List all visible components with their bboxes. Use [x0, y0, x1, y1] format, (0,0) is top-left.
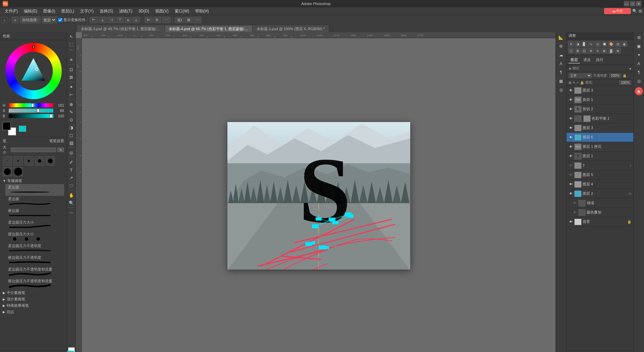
- adj-exposure[interactable]: ⊙: [595, 41, 601, 47]
- more-tools-btn[interactable]: ⋯: [162, 17, 170, 23]
- layer-vis-1copy[interactable]: 👁: [569, 144, 573, 149]
- brush-item-pressure-size[interactable]: 柔边圆压力大小: [5, 219, 64, 231]
- layer-vis-6[interactable]: 👁: [569, 135, 573, 140]
- tool-brush[interactable]: ✎: [68, 108, 75, 116]
- align-left-btn[interactable]: ⊢: [90, 17, 98, 23]
- layer-item-t[interactable]: 👁 T s: [567, 161, 633, 170]
- brush-preset-4[interactable]: [35, 156, 44, 166]
- tool-history[interactable]: ◑: [68, 124, 75, 131]
- right-tool-cloud[interactable]: ☁: [557, 51, 565, 59]
- dist-v-btn[interactable]: ⊪: [153, 17, 161, 23]
- menu-edit[interactable]: 编辑(E): [21, 8, 40, 15]
- adj-invert[interactable]: ⊘: [588, 48, 594, 54]
- right-tool-para[interactable]: ¶: [557, 68, 565, 76]
- tool-stamp[interactable]: ⊙: [68, 116, 75, 123]
- tool-path-select[interactable]: ↗: [68, 174, 75, 181]
- adj-threshold[interactable]: ⬖: [601, 48, 607, 54]
- menu-image[interactable]: 图像(I): [41, 8, 58, 15]
- adj-vibrance[interactable]: ⬟: [601, 41, 607, 47]
- canvas-content[interactable]: S: [227, 122, 410, 270]
- tab-2[interactable]: 未标题-1.psd @ 100% (图层 4, RGB/8#) *: [253, 25, 328, 32]
- far-right-btn-2[interactable]: ▣: [635, 42, 643, 50]
- brush-item-hard-opacity-flow[interactable]: 硬边圆压力不透明度和流量: [5, 278, 64, 290]
- align-bottom-btn[interactable]: ⊥: [132, 17, 140, 23]
- tool-quick-select[interactable]: ✳: [68, 56, 75, 63]
- align-right-btn[interactable]: ⊣: [107, 17, 115, 23]
- tool-pen[interactable]: ✐: [68, 159, 75, 166]
- tab-0[interactable]: 未标题-3.psd @ 49.7% (色彩平衡 1, 图层蒙版/8#) *: [77, 25, 164, 32]
- color-triangle-svg[interactable]: [20, 56, 47, 83]
- layers-tab-channels[interactable]: 通道: [581, 57, 593, 63]
- far-right-btn-4[interactable]: A: [635, 60, 643, 68]
- layer-vis-colorbal[interactable]: 👁: [569, 116, 573, 121]
- brush-category-wet[interactable]: ▶ 湿介素画笔: [3, 296, 64, 302]
- layer-vis-clip1[interactable]: 👁: [569, 98, 573, 102]
- sat-slider[interactable]: [9, 109, 53, 113]
- layer-item-1copy[interactable]: 👁 IMG 图层 1 拷贝: [567, 142, 633, 152]
- menu-filter[interactable]: 滤镜(T): [116, 8, 135, 15]
- adj-colormatch[interactable]: ⊡: [581, 48, 587, 54]
- layer-vis-3b[interactable]: 👁: [569, 126, 573, 130]
- adj-bw[interactable]: ◐: [622, 41, 628, 47]
- brush-preset-5[interactable]: [46, 156, 55, 166]
- tool-lasso[interactable]: ⌒: [68, 48, 75, 56]
- 3d-btn[interactable]: 3D: [175, 17, 184, 23]
- hue-thumb[interactable]: [31, 103, 34, 107]
- tool-more[interactable]: ⋯: [68, 209, 75, 216]
- home-icon[interactable]: ⌂: [1, 17, 7, 23]
- adj-channelmix[interactable]: ⊞: [575, 48, 581, 54]
- tool-crop[interactable]: ⊡: [68, 66, 75, 73]
- menu-text[interactable]: 文字(Y): [77, 8, 96, 15]
- brush-category-dry[interactable]: ▶ 千介素画笔: [3, 290, 64, 296]
- menu-layer[interactable]: 图层(L): [59, 8, 77, 15]
- brush-preset-2[interactable]: [13, 156, 23, 166]
- brush-item-opacity-flow[interactable]: 柔边圆压力不透明度和流量: [5, 266, 64, 278]
- tool-gradient[interactable]: ▨: [68, 139, 75, 146]
- lock-all-icon[interactable]: 🔒: [580, 81, 584, 84]
- tool-healing[interactable]: ⊕: [68, 101, 75, 108]
- menu-file[interactable]: 文件(F): [2, 8, 20, 15]
- hue-indicator[interactable]: [32, 46, 35, 48]
- layer-item-clip2[interactable]: 👁 S 剪切 2: [567, 105, 633, 114]
- toolbar-auto-select[interactable]: 自动选择:: [20, 16, 40, 23]
- filter-toggle[interactable]: ●: [629, 67, 631, 70]
- brush-item-soft-round[interactable]: 柔边圆: [5, 184, 64, 196]
- layer-item-3b[interactable]: 👁 图层 3: [567, 123, 633, 133]
- adj-posterize[interactable]: ≡: [595, 48, 601, 54]
- far-right-btn-1[interactable]: ⊞: [635, 34, 643, 42]
- fill-input[interactable]: [619, 80, 631, 85]
- adj-photofilter[interactable]: ⬡: [568, 48, 574, 54]
- layer-vis-t[interactable]: 👁: [569, 163, 573, 168]
- layer-item-colorbal[interactable]: 👁 色彩平衡 1: [567, 114, 633, 123]
- fg-color-swatch[interactable]: [3, 122, 11, 130]
- dist-h-btn[interactable]: ⊫: [145, 17, 153, 23]
- layer-item-coloroverlay[interactable]: 👁 颜色叠加: [567, 208, 633, 217]
- menu-window[interactable]: 窗口(W): [172, 8, 192, 15]
- color-wheel-outer[interactable]: [5, 43, 62, 99]
- brush-item-opacity[interactable]: 柔边圆压力不透明度: [5, 243, 64, 254]
- brush-size-input[interactable]: [11, 148, 56, 152]
- lock-transparent-icon[interactable]: ⊠: [569, 81, 571, 84]
- bri-thumb[interactable]: [50, 114, 52, 118]
- brush-item-soft-round-2[interactable]: 柔边圆: [5, 196, 64, 208]
- layer-vis-1[interactable]: 👁: [569, 154, 573, 159]
- tool-ruler[interactable]: ⊢: [68, 91, 75, 98]
- layer-item-6[interactable]: 👁 图层 6: [567, 133, 633, 142]
- menu-help[interactable]: 帮助(H): [193, 8, 212, 15]
- auto-select-dropdown[interactable]: 图层: [42, 16, 57, 23]
- layer-item-5[interactable]: 👁 图层 5: [567, 170, 633, 180]
- tools-fg-color[interactable]: [67, 351, 74, 352]
- bri-slider[interactable]: [9, 114, 53, 118]
- adj-colorbal[interactable]: ⚖: [615, 41, 621, 47]
- tool-slice[interactable]: ⊠: [68, 73, 75, 81]
- far-right-orange-btn[interactable]: ◉: [635, 87, 643, 95]
- tab-1[interactable]: 未标题-4.psd @ 66.7% (色彩平衡 1, 图层蒙版/8#) *: [165, 25, 252, 32]
- adj-levels[interactable]: ▊: [581, 41, 587, 47]
- right-tool-char[interactable]: A: [557, 60, 565, 68]
- brush-category-dots[interactable]: ▶ 旧点: [3, 309, 64, 315]
- wksp-btn[interactable]: ⊞: [639, 9, 642, 13]
- lock-pixels-icon[interactable]: ✎: [573, 81, 575, 84]
- close-button[interactable]: ✕: [636, 1, 641, 6]
- brush-category-regular[interactable]: ▼ 常规画笔: [3, 178, 64, 184]
- blend-mode-select[interactable]: 正常: [569, 73, 592, 78]
